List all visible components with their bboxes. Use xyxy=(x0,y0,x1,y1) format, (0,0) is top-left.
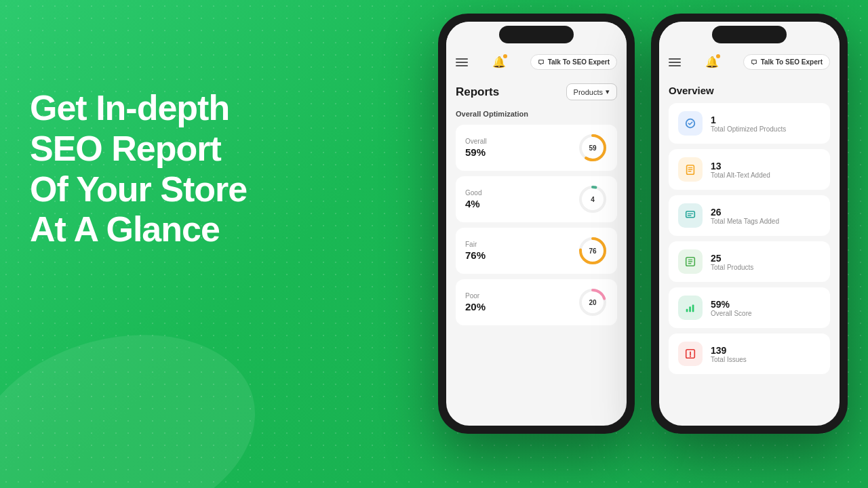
overview-icon xyxy=(678,342,703,366)
circle-progress: 20 xyxy=(578,287,608,317)
phone-1: 🔔 Talk To SEO Expert Reports Products ▾ xyxy=(438,14,635,434)
talk-seo-btn-1[interactable]: Talk To SEO Expert xyxy=(530,54,617,70)
ov-num: 59% xyxy=(711,299,752,310)
overview-title: Overview xyxy=(669,82,830,96)
metric-label: Fair xyxy=(465,241,486,248)
ov-label: Overall Score xyxy=(711,310,752,317)
overview-icon xyxy=(678,157,703,182)
circle-num: 59 xyxy=(578,133,608,163)
talk-btn-label-2: Talk To SEO Expert xyxy=(761,58,823,66)
phone1-content: Reports Products ▾ Overall Optimization … xyxy=(446,77,627,426)
ov-label: Total Issues xyxy=(711,356,747,363)
metric-value: 59% xyxy=(465,146,487,158)
circle-num: 76 xyxy=(578,236,608,266)
metric-value: 20% xyxy=(465,301,486,312)
circle-num: 4 xyxy=(578,184,608,214)
talk-seo-btn-2[interactable]: Talk To SEO Expert xyxy=(743,54,830,70)
phone-notch-2 xyxy=(712,26,787,43)
metric-label: Good xyxy=(465,189,481,197)
metric-card: Poor 20% 20 xyxy=(456,279,617,325)
headline-line1: Get In-depth xyxy=(30,88,229,127)
phone-2: 🔔 Talk To SEO Expert Overview 1 Total Op… xyxy=(651,14,848,434)
ov-num: 25 xyxy=(711,253,753,264)
overview-card-text: 13 Total Alt-Text Added xyxy=(711,161,770,179)
overview-card: 1 Total Optimized Products xyxy=(669,103,830,144)
reports-header: Reports Products ▾ xyxy=(456,83,617,100)
overview-card-text: 59% Overall Score xyxy=(711,299,752,317)
svg-rect-13 xyxy=(689,306,691,312)
metric-value: 4% xyxy=(465,198,481,209)
svg-rect-10 xyxy=(686,211,695,218)
overview-card-text: 25 Total Products xyxy=(711,253,753,271)
overview-cards: 1 Total Optimized Products 13 Total Alt-… xyxy=(669,103,830,374)
overview-card-text: 139 Total Issues xyxy=(711,345,747,363)
overview-card: 26 Total Meta Tags Added xyxy=(669,195,830,236)
metric-label: Overall xyxy=(465,138,487,145)
overview-icon xyxy=(678,249,703,274)
svg-rect-14 xyxy=(692,305,694,312)
bell-dot xyxy=(503,54,507,58)
overview-icon xyxy=(678,111,703,136)
svg-rect-12 xyxy=(686,309,688,312)
circle-progress: 76 xyxy=(578,236,608,266)
products-dropdown[interactable]: Products ▾ xyxy=(566,83,617,100)
overview-icon xyxy=(678,203,703,228)
phones-container: 🔔 Talk To SEO Expert Reports Products ▾ xyxy=(438,14,848,434)
ov-num: 1 xyxy=(711,115,786,125)
hamburger-icon-2[interactable] xyxy=(669,58,681,66)
metric-card: Overall 59% 59 xyxy=(456,125,617,171)
talk-btn-label-1: Talk To SEO Expert xyxy=(548,58,610,66)
metric-label: Poor xyxy=(465,292,486,300)
ov-label: Total Products xyxy=(711,264,753,271)
metric-cards: Overall 59% 59 Good 4% 4 Fair 76% xyxy=(456,125,617,325)
dropdown-label: Products xyxy=(574,88,603,96)
ov-label: Total Optimized Products xyxy=(711,125,786,133)
ov-label: Total Alt-Text Added xyxy=(711,171,770,179)
phone-notch-1 xyxy=(499,26,574,43)
ov-num: 26 xyxy=(711,207,779,218)
metric-value: 76% xyxy=(465,249,486,261)
ov-num: 13 xyxy=(711,161,770,171)
circle-progress: 4 xyxy=(578,184,608,214)
circle-num: 20 xyxy=(578,287,608,317)
ov-num: 139 xyxy=(711,345,747,356)
overview-icon xyxy=(678,296,703,320)
bell-dot-2 xyxy=(716,54,720,58)
overview-card-text: 1 Total Optimized Products xyxy=(711,115,786,133)
phone2-content: Overview 1 Total Optimized Products 13 T… xyxy=(659,77,840,426)
overview-card-text: 26 Total Meta Tags Added xyxy=(711,207,779,225)
chevron-down-icon: ▾ xyxy=(606,87,610,96)
metric-card: Good 4% 4 xyxy=(456,176,617,222)
reports-title: Reports xyxy=(456,85,499,99)
bell-icon-2[interactable]: 🔔 xyxy=(705,56,719,68)
headline-line3: Of Your Store xyxy=(30,169,247,209)
overview-card: 139 Total Issues xyxy=(669,333,830,374)
overview-card: 25 Total Products xyxy=(669,241,830,282)
hero-text: Get In-depth SEO Report Of Your Store At… xyxy=(30,88,321,250)
hamburger-icon[interactable] xyxy=(456,58,468,66)
headline-line2: SEO Report xyxy=(30,129,221,168)
bell-icon[interactable]: 🔔 xyxy=(492,56,506,68)
overview-card: 59% Overall Score xyxy=(669,287,830,328)
metric-card: Fair 76% 76 xyxy=(456,228,617,274)
section-label: Overall Optimization xyxy=(456,110,617,118)
overview-card: 13 Total Alt-Text Added xyxy=(669,149,830,190)
ov-label: Total Meta Tags Added xyxy=(711,218,779,225)
circle-progress: 59 xyxy=(578,133,608,163)
headline-line4: At A Glance xyxy=(30,209,220,249)
